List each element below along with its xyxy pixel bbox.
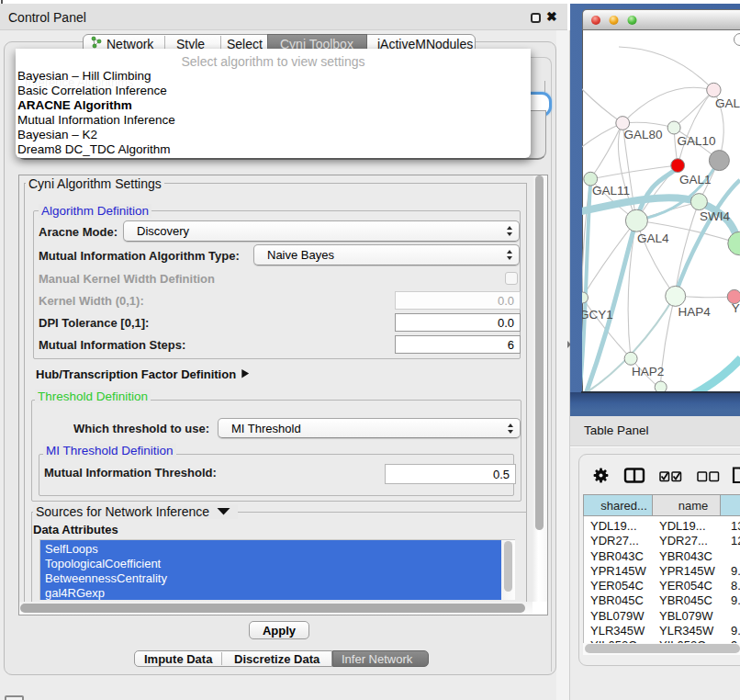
svg-text:HAP4: HAP4 (678, 305, 712, 319)
svg-text:GAL1: GAL1 (679, 173, 712, 186)
svg-text:GAL11: GAL11 (592, 184, 630, 198)
svg-text:GAL80: GAL80 (624, 128, 663, 141)
svg-text:SWI4: SWI4 (700, 209, 730, 223)
svg-text:Y: Y (732, 301, 740, 315)
svg-text:HAP2: HAP2 (632, 365, 664, 378)
svg-text:GAL10: GAL10 (677, 134, 715, 148)
svg-text:GCY1: GCY1 (582, 308, 613, 322)
svg-text:GAL4: GAL4 (637, 231, 669, 245)
svg-text:GAL7: GAL7 (715, 96, 740, 110)
